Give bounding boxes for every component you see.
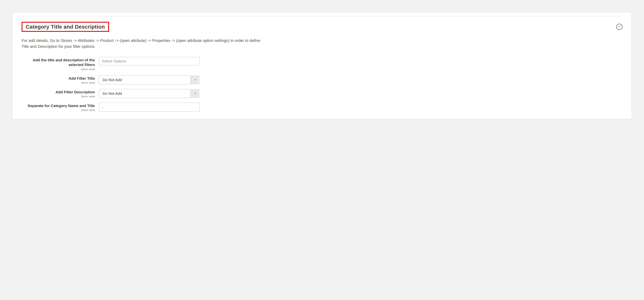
- collapse-toggle[interactable]: [616, 24, 622, 30]
- label-col: Add Filter Description [store view]: [22, 89, 99, 98]
- add-filter-title-select[interactable]: Do Not Add: [99, 75, 200, 84]
- add-filter-title-label: Add Filter Title: [22, 76, 95, 81]
- separator-input[interactable]: [99, 103, 200, 112]
- panel-inner: Category Title and Description For add d…: [22, 16, 622, 112]
- separator-label: Separate for Category Name and Title: [22, 103, 95, 108]
- field-row-add-filter-title: Add Filter Title [store view] Do Not Add: [22, 75, 622, 84]
- section-title: Category Title and Description: [26, 24, 105, 30]
- control-col: Select Options: [99, 57, 200, 65]
- label-col: Add Filter Title [store view]: [22, 75, 99, 84]
- field-row-selected-filters: Add the title and description of the sel…: [22, 57, 622, 71]
- control-col: [99, 103, 200, 112]
- settings-panel: Category Title and Description For add d…: [12, 13, 632, 119]
- label-col: Add the title and description of the sel…: [22, 57, 99, 71]
- selected-filters-scope: [store view]: [22, 68, 95, 71]
- selected-filters-multiselect[interactable]: Select Options: [99, 57, 200, 65]
- section-header: Category Title and Description: [22, 22, 622, 32]
- field-row-separator: Separate for Category Name and Title [st…: [22, 103, 622, 112]
- section-help-text: For add details, Go to Stores -> Attribu…: [22, 38, 260, 50]
- selected-filters-label: Add the title and description of the sel…: [22, 58, 95, 67]
- label-col: Separate for Category Name and Title [st…: [22, 103, 99, 112]
- add-filter-description-label: Add Filter Description: [22, 90, 95, 94]
- control-col: Do Not Add: [99, 75, 200, 84]
- add-filter-title-scope: [store view]: [22, 81, 95, 84]
- field-row-add-filter-description: Add Filter Description [store view] Do N…: [22, 89, 622, 98]
- select-wrap: Do Not Add: [99, 75, 200, 84]
- add-filter-description-scope: [store view]: [22, 95, 95, 98]
- add-filter-description-select[interactable]: Do Not Add: [99, 89, 200, 98]
- settings-form: Add the title and description of the sel…: [22, 57, 622, 112]
- section-title-highlight: Category Title and Description: [22, 22, 109, 32]
- control-col: Do Not Add: [99, 89, 200, 98]
- separator-scope: [store view]: [22, 108, 95, 112]
- select-wrap: Do Not Add: [99, 89, 200, 98]
- chevron-up-icon: [618, 26, 621, 28]
